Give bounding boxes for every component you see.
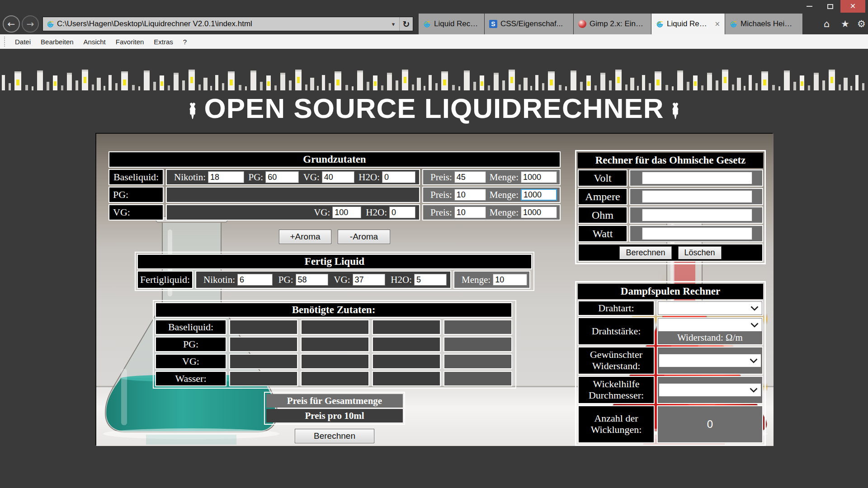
aroma-buttons: +Aroma -Aroma [279,230,390,244]
fertig-h2o-input[interactable] [414,274,447,286]
wickelhilfe-durchmesser-select[interactable] [659,383,761,397]
tab-css-eigenschaften[interactable]: S CSS/Eigenschaf... [485,14,574,34]
table-row: Fertigliquid: Nikotin: PG: VG: H2O: Meng… [137,271,532,289]
calculator-panel: Grundzutaten Baseliquid: Nikotin: PG: VG… [95,133,773,445]
tab-michaels-heimkino[interactable]: Michaels Heimk... [725,14,803,34]
ohm-label: Ohm [578,206,627,224]
add-aroma-button[interactable]: +Aroma [279,230,331,244]
back-button[interactable]: ← [3,15,20,33]
ohm-berechnen-button[interactable]: Berechnen [619,246,671,259]
ie-favicon [656,20,664,28]
favorites-star-icon[interactable]: ★ [841,18,849,30]
pg-preis-input[interactable] [454,189,486,201]
address-dropdown-icon[interactable]: ▾ [387,21,399,28]
base-h2o-input[interactable] [382,171,415,183]
vg-preis-input[interactable] [454,206,486,218]
fertig-vg-input[interactable] [353,274,385,286]
result-wasser-label: Wasser: [155,371,226,386]
volt-label: Volt [578,169,627,187]
ohm-loeschen-button[interactable]: Löschen [678,246,722,259]
vg-menge-input[interactable] [521,206,557,218]
remove-aroma-button[interactable]: -Aroma [338,230,390,244]
tab-close-icon[interactable]: × [714,20,720,28]
wickelhilfe-durchmesser-field [657,376,763,404]
table-row: VG: VG: H2O: Preis: Menge: [108,204,561,221]
price-total-label: Preis für Gesamtmenge [266,394,403,408]
volt-input[interactable] [642,172,752,184]
address-bar[interactable]: C:\Users\Hagen\Desktop\Liquidrechner V2.… [42,17,413,31]
menu-bearbeiten[interactable]: Bearbeiten [36,38,79,46]
menu-hilfe[interactable]: ? [178,38,192,46]
settings-gear-icon[interactable]: ⚙ [857,18,866,30]
base-preis-input[interactable] [454,171,486,183]
gewuenschter-widerstand-field [657,347,763,375]
tab-gimp[interactable]: Gimp 2.x: Eine ... [574,14,651,34]
gewuenschter-widerstand-label: Gewünschter Widerstand: [578,347,655,375]
table-row: Watt [578,225,763,242]
base-pg-input[interactable] [265,171,299,183]
baseliquid-row-label: Baseliquid: [108,169,164,185]
window-close-button[interactable]: ✕ [840,0,865,13]
table-row: Wickelhilfe Durchmesser: [578,376,763,404]
table-row: Ohm [578,206,763,224]
vg-vg-input[interactable] [332,206,361,218]
forward-button[interactable]: → [22,15,39,33]
refresh-icon[interactable]: ↻ [399,17,413,31]
menu-datei[interactable]: Datei [10,38,36,46]
vg-row-label: VG: [108,204,164,221]
tab-liquid-rechner-active[interactable]: Liquid Rechner × [651,14,725,34]
pg-values-cell [166,187,420,203]
anzahl-wicklungen-label: Anzahl der Wicklungen: [578,405,655,443]
result-cell [229,337,298,352]
gewuenschter-widerstand-select[interactable] [659,354,761,367]
table-row: PG: [155,337,512,352]
dampfspulen-rechner: Dampfspulen Rechner Drahtart: Drahtstärk… [575,281,766,446]
ie-favicon [423,20,431,28]
drahtart-select[interactable] [658,301,762,315]
ohm-input[interactable] [642,209,752,221]
vg-h2o-input[interactable] [389,206,415,218]
table-row: Volt [578,169,763,187]
chevron-down-icon [750,306,759,311]
menu-extras[interactable]: Extras [149,38,178,46]
benoetigte-zutaten-table: Benötigte Zutaten: Baseliquid: PG: [153,300,516,389]
result-baseliquid-label: Baseliquid: [155,319,226,335]
menge-label: Menge: [462,274,491,286]
menu-favoriten[interactable]: Favoriten [111,38,149,46]
window-minimize-button[interactable] [799,0,820,13]
base-vg-input[interactable] [322,171,354,183]
fertig-nikotin-input[interactable] [237,274,273,286]
ie-favicon [730,20,737,28]
minimize-icon [807,6,812,7]
result-cell [301,371,369,386]
preis-label: Preis: [430,172,452,183]
drahtstaerke-select[interactable] [658,318,762,332]
pg-menge-input-focused[interactable] [521,189,557,201]
fertig-pg-input[interactable] [296,274,328,286]
menu-ansicht[interactable]: Ansicht [79,38,111,46]
vg-label: VG: [303,172,320,183]
result-vg-label: VG: [155,354,226,369]
table-row: Wasser: [155,371,512,386]
grundzutaten-title: Grundzutaten [108,151,561,168]
watt-input[interactable] [642,227,752,240]
h2o-label: H2O: [366,207,387,218]
benoetigte-zutaten-title: Benötigte Zutaten: [155,302,512,318]
pg-label: PG: [278,274,293,286]
maximize-icon [827,4,833,9]
tab-liquid-rechner-1[interactable]: Liquid Rechner [419,14,485,34]
price-berechnen-button[interactable]: Berechnen [295,429,374,443]
window-maximize-button[interactable] [820,0,840,13]
home-icon[interactable]: ⌂ [824,18,830,30]
ampere-input[interactable] [642,190,752,203]
tab-label: Gimp 2.x: Eine ... [590,19,646,28]
base-menge-input[interactable] [521,171,557,183]
price-per-10ml-label: Preis pro 10ml [266,409,403,422]
result-cell [443,371,512,386]
ie-page-icon [47,20,54,28]
base-nikotin-input[interactable] [208,171,244,183]
ampere-label: Ampere [578,188,627,205]
fertig-menge-input[interactable] [493,274,527,286]
table-row: Ampere [578,188,763,205]
page-title-row: OPEN SOURCE LIQUIDRECHNER [0,92,868,124]
